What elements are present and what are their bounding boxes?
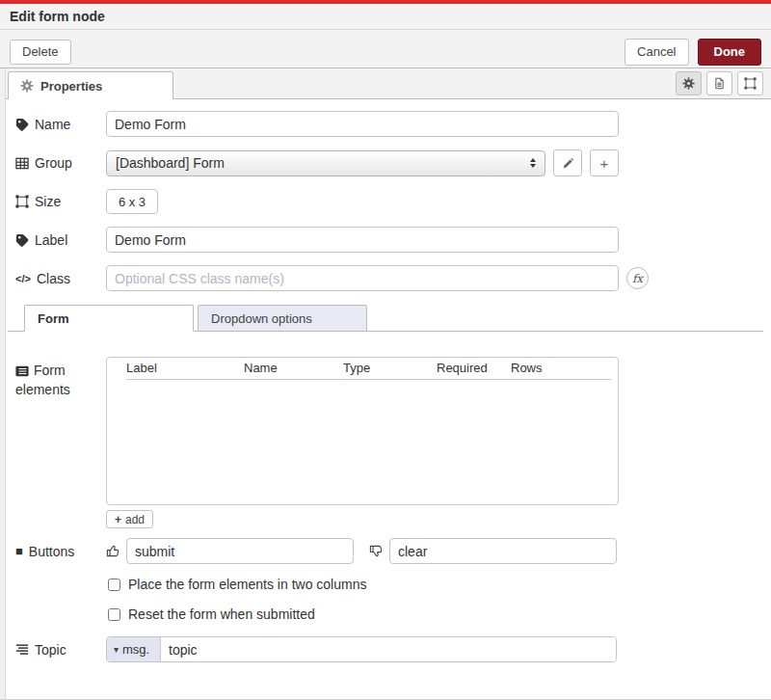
reset-form-label[interactable]: Reset the form when submitted [128, 606, 315, 622]
object-group-icon [15, 195, 29, 208]
thumbs-down-icon [369, 544, 384, 558]
done-button[interactable]: Done [698, 39, 762, 66]
size-button[interactable]: 6 x 3 [106, 189, 158, 214]
delete-button[interactable]: Delete [10, 40, 71, 65]
label-label: Label [15, 232, 106, 248]
group-selected-option: [Dashboard] Form [116, 155, 225, 171]
form-subtab-bar: Form Dropdown options [8, 305, 763, 332]
appearance-view-button[interactable] [737, 71, 763, 95]
buttons-field-row: ■ Buttons [15, 538, 771, 564]
topic-typed-input: ▾ msg. [106, 636, 617, 662]
object-group-icon [744, 77, 757, 90]
group-field-row: Group [Dashboard] Form + [15, 149, 771, 176]
class-input[interactable] [106, 265, 619, 291]
two-columns-checkbox[interactable] [108, 579, 120, 591]
two-columns-label[interactable]: Place the form elements in two columns [128, 577, 366, 592]
tray-resize-edge[interactable] [0, 68, 6, 700]
plus-icon: + [600, 155, 609, 172]
subtab-dropdown-options[interactable]: Dropdown options [198, 305, 367, 332]
reset-form-option: Reset the form when submitted [108, 606, 771, 622]
topic-field-row: Topic ▾ msg. [15, 636, 771, 662]
topic-value-input[interactable] [161, 637, 616, 661]
label-field-row: Label [15, 227, 771, 253]
edit-group-button[interactable] [553, 149, 582, 176]
form-elements-label: Form elements [15, 357, 106, 399]
pencil-icon [562, 157, 574, 170]
column-header: Name [244, 361, 343, 375]
name-input[interactable] [106, 111, 619, 137]
editor-tab-bar: Properties [0, 68, 771, 99]
size-field-row: Size 6 x 3 [15, 189, 771, 214]
column-header: Type [343, 361, 437, 375]
add-group-button[interactable]: + [590, 149, 619, 176]
add-element-button[interactable]: + add [106, 510, 153, 528]
cancel-button[interactable]: Cancel [625, 39, 688, 66]
form-elements-row: Form elements Label Name Type Required R… [15, 357, 771, 505]
typed-input-type-label: msg. [122, 642, 149, 657]
code-icon: </> [15, 273, 31, 284]
caret-down-icon: ▾ [114, 644, 119, 655]
tab-properties-label: Properties [40, 79, 102, 94]
topic-label: Topic [15, 642, 106, 658]
description-view-button[interactable] [706, 71, 732, 95]
size-label: Size [15, 194, 106, 209]
fx-expand-button[interactable]: fx [626, 267, 649, 289]
gear-icon [20, 79, 34, 93]
two-columns-option: Place the form elements in two columns [108, 577, 771, 592]
group-select[interactable]: [Dashboard] Form [106, 150, 545, 176]
gear-icon [682, 77, 695, 90]
dialog-title: Edit form node [0, 4, 771, 30]
thumbs-up-icon [106, 544, 120, 558]
label-input[interactable] [106, 227, 619, 253]
clear-button-label-input[interactable] [389, 538, 617, 564]
column-header: Label [126, 361, 244, 375]
typed-input-type-button[interactable]: ▾ msg. [107, 637, 161, 661]
class-field-row: </> Class fx [15, 265, 771, 291]
name-label: Name [15, 117, 106, 132]
file-icon [713, 77, 726, 90]
buttons-label: ■ Buttons [15, 544, 106, 559]
name-field-row: Name [15, 111, 771, 137]
tag-icon [15, 118, 29, 131]
fx-icon: fx [632, 272, 643, 285]
column-header: Rows [511, 361, 612, 375]
form-elements-list[interactable]: Label Name Type Required Rows [106, 357, 619, 505]
submit-button-label-input[interactable] [126, 538, 354, 564]
dialog-toolbar: Delete Cancel Done [0, 30, 771, 68]
tag-icon [15, 233, 29, 247]
list-alt-icon [15, 365, 29, 377]
tasks-icon [15, 643, 29, 656]
properties-view-button[interactable] [676, 71, 702, 95]
reset-form-checkbox[interactable] [108, 608, 120, 621]
properties-panel: Name Group [Dashboard] Form [0, 99, 771, 700]
select-arrows-icon [530, 158, 536, 168]
tab-properties[interactable]: Properties [8, 71, 173, 99]
table-icon [15, 157, 29, 170]
form-elements-header: Label Name Type Required Rows [126, 361, 612, 380]
column-header: Required [437, 361, 511, 375]
group-label: Group [15, 155, 106, 171]
plus-icon: + [115, 513, 121, 526]
subtab-form[interactable]: Form [24, 305, 194, 332]
class-label: </> Class [15, 271, 106, 286]
square-icon: ■ [15, 545, 23, 557]
